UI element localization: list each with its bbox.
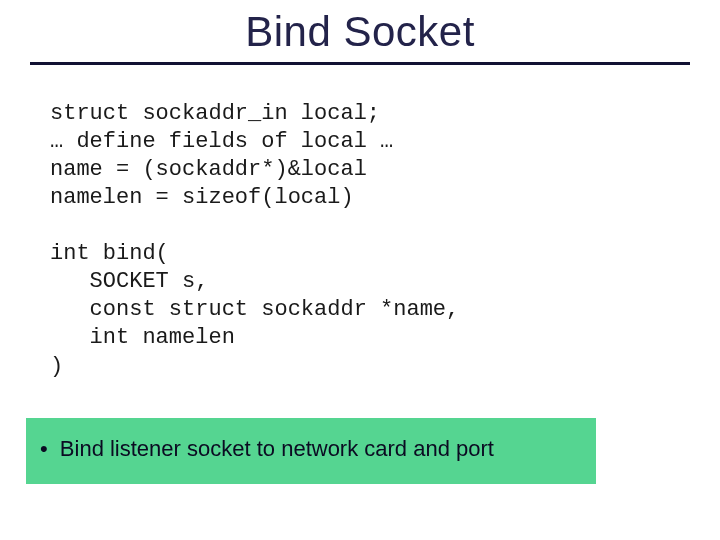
- title-underline: [30, 62, 690, 65]
- note-callout: • Bind listener socket to network card a…: [26, 418, 596, 484]
- note-text: Bind listener socket to network card and…: [60, 436, 494, 461]
- slide: Bind Socket struct sockaddr_in local; … …: [0, 0, 720, 540]
- code-block-setup: struct sockaddr_in local; … define field…: [50, 100, 393, 213]
- bullet-icon: •: [40, 436, 48, 462]
- code-block-bind-signature: int bind( SOCKET s, const struct sockadd…: [50, 240, 459, 381]
- slide-title: Bind Socket: [30, 8, 690, 64]
- title-area: Bind Socket: [0, 8, 720, 71]
